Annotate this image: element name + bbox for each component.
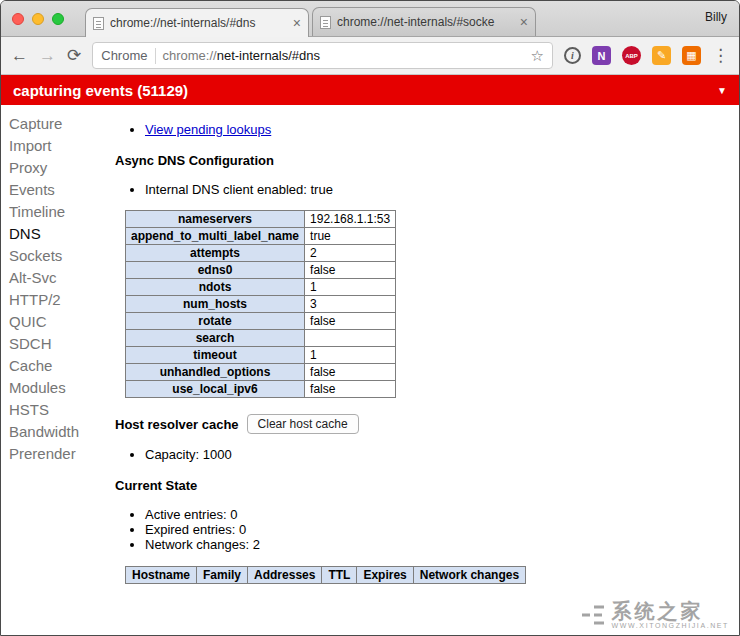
table-row: nameservers192.168.1.1:53 <box>126 211 396 228</box>
table-row: timeout1 <box>126 347 396 364</box>
internal-dns-item: Internal DNS client enabled: true <box>145 182 731 197</box>
sidebar-item-capture[interactable]: Capture <box>1 113 107 135</box>
zoom-window-button[interactable] <box>52 13 64 25</box>
url-site-label: Chrome <box>101 48 147 63</box>
capacity-list: Capacity: 1000 <box>115 447 731 462</box>
table-row: edns0false <box>126 262 396 279</box>
browser-window: chrome://net-internals/#dns × chrome://n… <box>0 0 740 636</box>
tab-dns[interactable]: chrome://net-internals/#dns × <box>85 8 309 37</box>
config-value: 192.168.1.1:53 <box>305 211 396 228</box>
list-item: View pending lookups <box>145 122 731 137</box>
view-pending-lookups-link[interactable]: View pending lookups <box>145 122 271 137</box>
cache-col-ttl: TTL <box>322 567 357 584</box>
navigation-toolbar: ← → ⟳ Chrome chrome://net-internals/#dns… <box>1 37 739 75</box>
host-cache-table: Hostname Family Addresses TTL Expires Ne… <box>125 566 526 584</box>
current-state-list: Active entries: 0 Expired entries: 0 Net… <box>115 507 731 552</box>
state-item-active: Active entries: 0 <box>145 507 731 522</box>
extension-cube-icon[interactable]: ▦ <box>682 46 701 65</box>
back-icon[interactable]: ← <box>11 47 28 64</box>
sidebar-item-modules[interactable]: Modules <box>1 377 107 399</box>
config-value: 1 <box>305 279 396 296</box>
sidebar-item-import[interactable]: Import <box>1 135 107 157</box>
config-value: 1 <box>305 347 396 364</box>
clear-host-cache-button[interactable]: Clear host cache <box>247 414 359 434</box>
sidebar-item-alt-svc[interactable]: Alt-Svc <box>1 267 107 289</box>
sidebar: Capture Import Proxy Events Timeline DNS… <box>1 105 107 636</box>
cache-col-network-changes: Network changes <box>413 567 525 584</box>
minimize-window-button[interactable] <box>32 13 44 25</box>
cache-col-family: Family <box>197 567 248 584</box>
table-row: rotatefalse <box>126 313 396 330</box>
tab-close-icon[interactable]: × <box>520 15 528 29</box>
tab-title: chrome://net-internals/#dns <box>110 16 287 30</box>
sidebar-item-sockets[interactable]: Sockets <box>1 245 107 267</box>
chrome-menu-icon[interactable]: ⋮ <box>712 45 729 66</box>
info-icon[interactable]: i <box>564 47 581 64</box>
config-key: num_hosts <box>126 296 305 313</box>
pending-lookups-list: View pending lookups <box>115 122 731 137</box>
config-key: search <box>126 330 305 347</box>
sidebar-item-events[interactable]: Events <box>1 179 107 201</box>
config-key: ndots <box>126 279 305 296</box>
config-key: edns0 <box>126 262 305 279</box>
tab-title: chrome://net-internals/#socke <box>337 15 514 29</box>
reload-icon[interactable]: ⟳ <box>67 47 81 64</box>
sidebar-item-bandwidth[interactable]: Bandwidth <box>1 421 107 443</box>
config-value: false <box>305 381 396 398</box>
config-key: append_to_multi_label_name <box>126 228 305 245</box>
extension-pencil-icon[interactable]: ✎ <box>652 46 671 65</box>
capturing-events-banner: capturing events (51129) ▼ <box>1 75 739 105</box>
tab-strip: chrome://net-internals/#dns × chrome://n… <box>1 1 739 37</box>
page-favicon-icon <box>320 16 331 29</box>
table-header-row: Hostname Family Addresses TTL Expires Ne… <box>126 567 526 584</box>
config-value <box>305 330 396 347</box>
table-row: use_local_ipv6false <box>126 381 396 398</box>
extension-onenote-icon[interactable]: N <box>592 46 611 65</box>
bookmark-star-icon[interactable]: ☆ <box>531 47 544 65</box>
url-text: chrome://net-internals/#dns <box>163 48 321 63</box>
host-resolver-heading: Host resolver cache <box>115 417 239 432</box>
close-window-button[interactable] <box>12 13 24 25</box>
page-content: Capture Import Proxy Events Timeline DNS… <box>1 105 739 636</box>
config-key: timeout <box>126 347 305 364</box>
cache-col-hostname: Hostname <box>126 567 197 584</box>
table-row: unhandled_optionsfalse <box>126 364 396 381</box>
extension-adblock-icon[interactable]: ABP <box>622 46 641 65</box>
internal-dns-list: Internal DNS client enabled: true <box>115 182 731 197</box>
dns-config-table: nameservers192.168.1.1:53 append_to_mult… <box>125 210 396 398</box>
url-scheme: chrome:// <box>163 48 217 63</box>
dns-panel: View pending lookups Async DNS Configura… <box>107 105 739 636</box>
forward-icon[interactable]: → <box>39 47 56 64</box>
config-key: attempts <box>126 245 305 262</box>
sidebar-item-cache[interactable]: Cache <box>1 355 107 377</box>
sidebar-item-proxy[interactable]: Proxy <box>1 157 107 179</box>
traffic-lights <box>12 13 64 25</box>
async-dns-heading: Async DNS Configuration <box>115 153 731 168</box>
config-value: false <box>305 262 396 279</box>
config-key: use_local_ipv6 <box>126 381 305 398</box>
cache-col-addresses: Addresses <box>248 567 322 584</box>
current-state-heading: Current State <box>115 478 731 493</box>
config-value: false <box>305 313 396 330</box>
sidebar-item-dns[interactable]: DNS <box>1 223 107 245</box>
sidebar-item-sdch[interactable]: SDCH <box>1 333 107 355</box>
sidebar-item-http2[interactable]: HTTP/2 <box>1 289 107 311</box>
tab-sockets[interactable]: chrome://net-internals/#socke × <box>312 7 536 36</box>
table-row: search <box>126 330 396 347</box>
sidebar-item-timeline[interactable]: Timeline <box>1 201 107 223</box>
sidebar-item-hsts[interactable]: HSTS <box>1 399 107 421</box>
tab-close-icon[interactable]: × <box>293 16 301 30</box>
address-bar[interactable]: Chrome chrome://net-internals/#dns ☆ <box>92 42 553 69</box>
sidebar-item-quic[interactable]: QUIC <box>1 311 107 333</box>
sidebar-item-prerender[interactable]: Prerender <box>1 443 107 465</box>
capacity-item: Capacity: 1000 <box>145 447 731 462</box>
config-key: rotate <box>126 313 305 330</box>
config-key: unhandled_options <box>126 364 305 381</box>
capturing-events-label: capturing events (51129) <box>13 82 188 99</box>
config-value: 3 <box>305 296 396 313</box>
banner-dropdown-icon[interactable]: ▼ <box>717 85 727 96</box>
state-item-expired: Expired entries: 0 <box>145 522 731 537</box>
profile-name[interactable]: Billy <box>705 10 727 24</box>
config-value: true <box>305 228 396 245</box>
cache-col-expires: Expires <box>357 567 413 584</box>
